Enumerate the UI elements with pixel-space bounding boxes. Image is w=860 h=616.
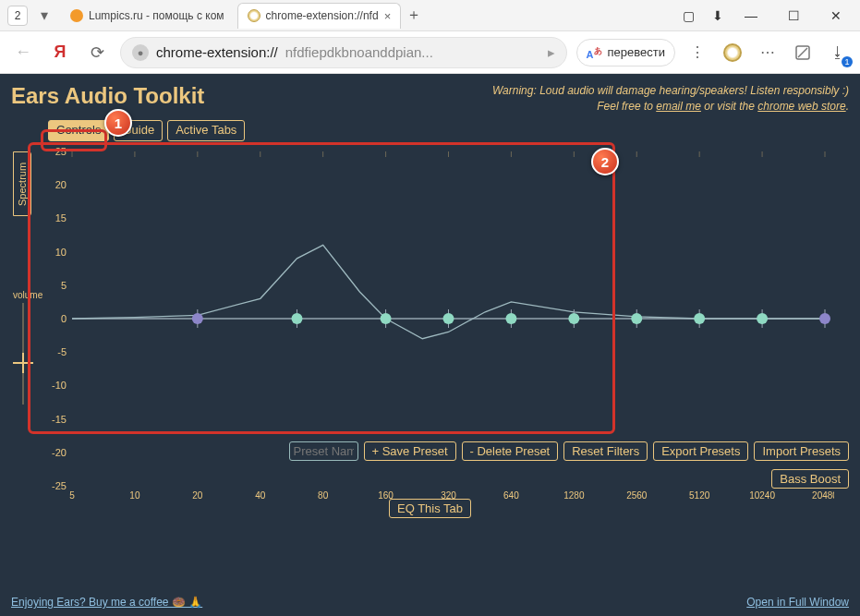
- new-tab-button[interactable]: ＋: [405, 6, 423, 25]
- tab-controls[interactable]: Controls: [48, 120, 109, 141]
- block-icon[interactable]: [790, 40, 816, 66]
- url-rest: nfdfiepdkbnoanddpian...: [285, 44, 433, 60]
- overflow-menu[interactable]: ⋯: [755, 40, 781, 66]
- bookmark-icon[interactable]: ▸: [548, 44, 555, 61]
- svg-point-46: [443, 313, 454, 324]
- warning-line1: Warning: Loud audio will damage hearing/…: [492, 83, 849, 99]
- store-link[interactable]: chrome web store: [757, 100, 845, 113]
- svg-text:20: 20: [55, 179, 67, 190]
- reload-button[interactable]: ⟳: [83, 39, 111, 66]
- save-preset-button[interactable]: + Save Preset: [364, 441, 456, 461]
- window-minimize[interactable]: —: [733, 1, 769, 30]
- callout-2: 2: [591, 148, 619, 175]
- svg-point-48: [505, 313, 516, 324]
- preset-name-input[interactable]: [289, 441, 358, 461]
- svg-point-58: [819, 313, 830, 324]
- callout-1: 1: [104, 109, 132, 137]
- svg-point-42: [291, 313, 302, 324]
- close-icon[interactable]: ×: [384, 9, 392, 23]
- browser-tab-0[interactable]: Lumpics.ru - помощь с ком: [61, 3, 234, 29]
- tab-title: chrome-extension://nfd: [266, 9, 379, 22]
- download-badge: 1: [842, 56, 853, 67]
- translate-chip[interactable]: Aあ перевести: [576, 39, 675, 66]
- open-full-window-link[interactable]: Open in Full Window: [746, 596, 849, 609]
- export-presets-button[interactable]: Export Presets: [653, 441, 748, 461]
- window-close[interactable]: ✕: [818, 1, 854, 30]
- tab-counter[interactable]: 2: [7, 6, 28, 26]
- svg-text:5: 5: [61, 280, 67, 291]
- svg-point-52: [631, 313, 642, 324]
- extension-ears-icon[interactable]: [720, 40, 745, 66]
- window-maximize[interactable]: ☐: [775, 1, 812, 30]
- yandex-home[interactable]: Я: [46, 39, 74, 66]
- svg-text:15: 15: [55, 212, 67, 223]
- bass-boost-button[interactable]: Bass Boost: [771, 469, 849, 489]
- site-lock-icon: ●: [132, 44, 149, 61]
- import-presets-button[interactable]: Import Presets: [754, 441, 849, 461]
- tab-favicon: [70, 9, 83, 22]
- bookmark-bar-icon[interactable]: ▢: [673, 1, 703, 30]
- svg-text:-5: -5: [57, 346, 67, 357]
- eq-this-tab-button[interactable]: EQ This Tab: [389, 499, 471, 518]
- warning-block: Warning: Loud audio will damage hearing/…: [492, 83, 849, 115]
- tab-active-tabs[interactable]: Active Tabs: [167, 120, 245, 141]
- delete-preset-button[interactable]: - Delete Preset: [462, 441, 559, 461]
- svg-text:10: 10: [55, 247, 67, 258]
- warn2c: .: [846, 100, 849, 113]
- translate-icon: Aあ: [587, 45, 602, 60]
- browser-tabstrip: 2 ▾ Lumpics.ru - помощь с ком chrome-ext…: [0, 0, 860, 31]
- svg-text:-10: -10: [52, 380, 67, 391]
- footer: Enjoying Ears? Buy me a coffee 🍩 🙏 Open …: [11, 596, 849, 609]
- tab-title: Lumpics.ru - помощь с ком: [89, 9, 224, 22]
- warn2b: or visit the: [701, 100, 757, 113]
- address-bar[interactable]: ● chrome-extension://nfdfiepdkbnoanddpia…: [120, 37, 567, 68]
- browser-tab-1[interactable]: chrome-extension://nfd ×: [237, 3, 402, 29]
- volume-label: volume: [13, 290, 42, 300]
- download-icon[interactable]: ⬇: [703, 1, 733, 30]
- back-button[interactable]: ←: [9, 39, 37, 66]
- svg-point-50: [568, 313, 579, 324]
- reset-filters-button[interactable]: Reset Filters: [563, 441, 648, 461]
- svg-point-56: [757, 313, 768, 324]
- volume-handle[interactable]: [17, 356, 30, 369]
- more-menu[interactable]: ⋮: [684, 40, 710, 66]
- warn2a: Feel free to: [597, 100, 656, 113]
- translate-label: перевести: [608, 45, 665, 59]
- page-body: Ears Audio Toolkit Warning: Loud audio w…: [0, 74, 860, 616]
- section-tabs: Controls Guide Active Tabs: [48, 120, 245, 141]
- svg-point-44: [381, 313, 392, 324]
- browser-toolbar: ← Я ⟳ ● chrome-extension://nfdfiepdkbnoa…: [0, 31, 860, 74]
- svg-text:0: 0: [61, 313, 67, 324]
- svg-point-54: [694, 313, 705, 324]
- tab-favicon: [248, 9, 260, 22]
- url-protocol: chrome-extension://: [156, 44, 278, 60]
- downloads-button[interactable]: ⭳1: [825, 40, 851, 66]
- app-title: Ears Audio Toolkit: [11, 83, 204, 109]
- buy-coffee-link[interactable]: Enjoying Ears? Buy me a coffee 🍩 🙏: [11, 596, 202, 609]
- svg-point-40: [192, 313, 203, 324]
- svg-text:25: 25: [55, 146, 67, 157]
- tab-counter-chevron[interactable]: ▾: [31, 3, 57, 29]
- email-link[interactable]: email me: [656, 100, 701, 113]
- svg-text:-15: -15: [52, 414, 67, 425]
- spectrum-toggle[interactable]: Spectrum: [13, 151, 31, 216]
